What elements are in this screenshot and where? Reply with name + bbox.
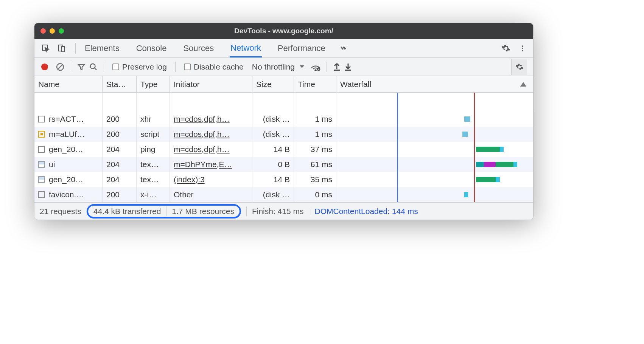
request-type: ping xyxy=(137,142,170,157)
waterfall-cell xyxy=(336,112,533,127)
request-size: (disk … xyxy=(252,127,294,142)
table-row[interactable]: gen_20…204tex…(index):314 B35 ms xyxy=(34,172,533,187)
disable-cache-checkbox[interactable]: Disable cache xyxy=(182,61,246,73)
svg-line-7 xyxy=(58,64,63,70)
divider xyxy=(71,62,71,72)
table-row[interactable]: favicon.…200x-i…Other(disk …0 ms xyxy=(34,187,533,202)
svg-rect-12 xyxy=(334,70,340,71)
status-finish: Finish: 415 ms xyxy=(252,207,304,216)
svg-line-9 xyxy=(95,68,97,70)
request-time: 0 ms xyxy=(294,187,336,202)
request-status: 200 xyxy=(103,187,137,202)
tab-elements[interactable]: Elements xyxy=(84,40,120,57)
request-status: 204 xyxy=(103,157,137,172)
table-row[interactable]: gen_20…204pingm=cdos,dpf,h…14 B37 ms xyxy=(34,142,533,157)
request-size: 14 B xyxy=(252,172,294,187)
request-time: 61 ms xyxy=(294,157,336,172)
filter-icon[interactable] xyxy=(77,63,86,71)
request-type: tex… xyxy=(137,157,170,172)
titlebar: DevTools - www.google.com/ xyxy=(34,23,533,39)
request-type: x-i… xyxy=(137,187,170,202)
request-time: 35 ms xyxy=(294,172,336,187)
waterfall-cell xyxy=(336,172,533,187)
request-time: 37 ms xyxy=(294,142,336,157)
search-icon[interactable] xyxy=(89,63,98,71)
file-type-icon xyxy=(38,191,45,198)
more-tabs-icon[interactable] xyxy=(339,44,347,53)
status-resources: 1.7 MB resources xyxy=(172,207,234,216)
svg-rect-2 xyxy=(61,46,65,52)
tab-network[interactable]: Network xyxy=(230,39,262,57)
request-type: xhr xyxy=(137,112,170,127)
request-initiator[interactable]: m=cdos,dpf,h… xyxy=(170,127,252,142)
settings-icon[interactable] xyxy=(501,44,510,53)
record-icon[interactable] xyxy=(41,64,48,70)
request-initiator[interactable]: Other xyxy=(170,187,252,202)
request-size: 14 B xyxy=(252,142,294,157)
disable-cache-label: Disable cache xyxy=(194,62,244,71)
table-row[interactable]: ui204tex…m=DhPYme,E…0 B61 ms xyxy=(34,157,533,172)
status-transferred: 44.4 kB transferred xyxy=(93,207,161,216)
highlight-oval: 44.4 kB transferred 1.7 MB resources xyxy=(87,204,241,218)
preserve-log-label: Preserve log xyxy=(122,62,167,71)
file-type-icon xyxy=(38,131,45,138)
sort-asc-icon xyxy=(520,82,526,87)
panel-tabs: ElementsConsoleSourcesNetworkPerformance xyxy=(84,39,326,57)
request-name: m=aLUf… xyxy=(49,130,85,139)
tab-console[interactable]: Console xyxy=(135,40,168,57)
table-header-row: Name Sta… Type Initiator Size Time Water… xyxy=(34,76,533,93)
col-time[interactable]: Time xyxy=(294,76,336,92)
col-status[interactable]: Sta… xyxy=(103,76,137,92)
request-initiator[interactable]: m=cdos,dpf,h… xyxy=(170,112,252,127)
col-waterfall[interactable]: Waterfall xyxy=(336,76,533,92)
waterfall-cell xyxy=(336,157,533,172)
tab-sources[interactable]: Sources xyxy=(182,40,215,57)
preserve-log-checkbox[interactable]: Preserve log xyxy=(110,61,169,73)
divider xyxy=(175,62,176,72)
kebab-menu-icon[interactable] xyxy=(519,44,526,53)
throttling-select[interactable]: No throttling xyxy=(250,61,307,73)
request-type: tex… xyxy=(137,172,170,187)
request-initiator[interactable]: (index):3 xyxy=(170,172,252,187)
import-har-icon[interactable] xyxy=(333,63,341,71)
device-toggle-icon[interactable] xyxy=(57,44,66,53)
col-initiator[interactable]: Initiator xyxy=(170,76,252,92)
col-size[interactable]: Size xyxy=(252,76,294,92)
network-settings-icon[interactable] xyxy=(511,59,527,75)
network-conditions-icon[interactable] xyxy=(311,63,320,71)
waterfall-cell xyxy=(336,127,533,142)
clear-icon[interactable] xyxy=(56,62,65,71)
network-toolbar: Preserve log Disable cache No throttling xyxy=(34,58,533,76)
tab-performance[interactable]: Performance xyxy=(277,40,326,57)
table-row[interactable]: m=aLUf…200scriptm=cdos,dpf,h…(disk …1 ms xyxy=(34,127,533,142)
file-type-icon xyxy=(38,116,45,122)
devtools-tabbar: ElementsConsoleSourcesNetworkPerformance xyxy=(34,39,533,58)
request-name: gen_20… xyxy=(49,175,83,184)
request-initiator[interactable]: m=DhPYme,E… xyxy=(170,157,252,172)
svg-point-3 xyxy=(522,45,523,47)
file-type-icon xyxy=(38,161,45,168)
request-name: gen_20… xyxy=(49,145,83,154)
request-type: script xyxy=(137,127,170,142)
throttling-label: No throttling xyxy=(252,62,295,71)
col-name[interactable]: Name xyxy=(34,76,103,92)
devtools-window: DevTools - www.google.com/ ElementsConso… xyxy=(34,23,534,220)
request-name: favicon.… xyxy=(49,190,84,199)
request-initiator[interactable]: m=cdos,dpf,h… xyxy=(170,142,252,157)
file-type-icon xyxy=(38,146,45,153)
col-type[interactable]: Type xyxy=(137,76,170,92)
request-name: rs=ACT… xyxy=(49,115,84,124)
inspect-icon[interactable] xyxy=(41,44,50,53)
request-status: 204 xyxy=(103,172,137,187)
svg-point-5 xyxy=(522,50,523,51)
request-status: 204 xyxy=(103,142,137,157)
status-bar: 21 requests 44.4 kB transferred 1.7 MB r… xyxy=(34,202,533,220)
request-size: (disk … xyxy=(252,112,294,127)
svg-rect-13 xyxy=(345,70,351,71)
request-size: 0 B xyxy=(252,157,294,172)
table-row[interactable]: rs=ACT…200xhrm=cdos,dpf,h…(disk …1 ms xyxy=(34,112,533,127)
svg-point-8 xyxy=(90,64,95,68)
table-body: rs=ACT…200xhrm=cdos,dpf,h…(disk …1 msm=a… xyxy=(34,93,533,202)
spacer-row xyxy=(34,93,533,112)
export-har-icon[interactable] xyxy=(344,63,352,71)
